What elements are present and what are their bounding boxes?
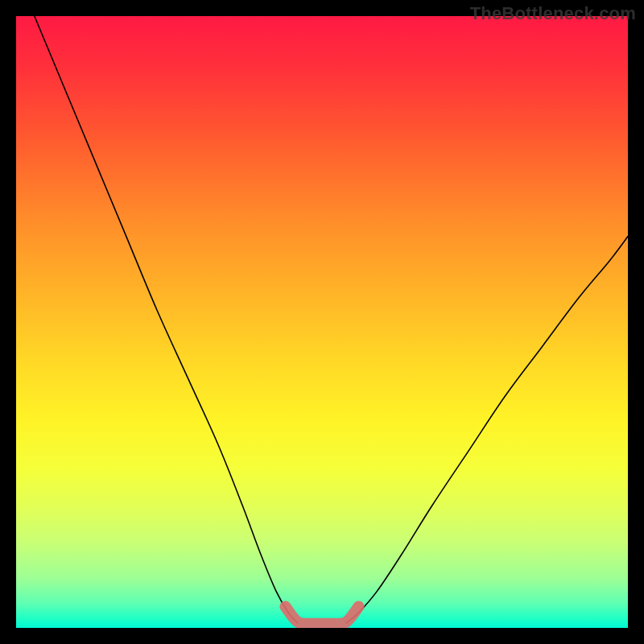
chart-frame: TheBottleneck.com <box>0 0 644 644</box>
left-curve <box>35 16 298 623</box>
bottleneck-chart <box>16 16 628 628</box>
valley-highlight <box>285 606 358 623</box>
right-curve <box>346 237 628 623</box>
